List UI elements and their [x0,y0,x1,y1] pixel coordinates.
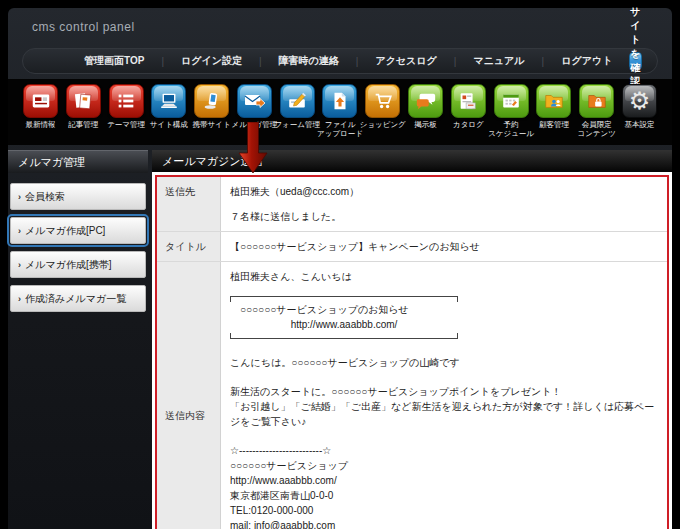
module-icon-bar: 最新情報 記事管理 テーマ管理 サイト構成 携帯サイト [8,79,672,145]
module-forms[interactable]: フォーム管理 [277,84,318,145]
module-bbs[interactable]: 掲示板 [405,84,446,145]
icon-label: 最新情報 [26,121,56,130]
pencil-icon [280,84,315,118]
speech-bubbles-icon [408,84,443,118]
news-icon [23,84,58,118]
icon-label: 予約スケジュール [488,121,534,138]
icon-label: 記事管理 [68,121,98,130]
mail-body: 植田雅夫さん、こんいちは ○○○○○○サービスショップのお知らせ http://… [221,262,667,529]
signature-mail: mail: info@aaabbb.com [230,518,658,529]
articles-icon [66,84,101,118]
sidebar-item-member-search[interactable]: › 会員検索 [10,183,146,210]
module-site-structure[interactable]: サイト構成 [148,84,189,145]
icon-label: 顧客管理 [539,121,569,130]
sidebar-item-mailmag-list[interactable]: › 作成済みメルマガ一覧 [10,285,146,312]
icon-label: 携帯サイト [193,121,231,130]
control-panel-window: cms control panel 管理画面TOP | ログイン設定 | 障害時… [8,8,672,529]
customer-folder-icon [536,84,571,118]
title-label: タイトル [157,232,221,261]
mobile-phone-icon [194,84,229,118]
table-row-body: 送信内容 植田雅夫さん、こんいちは ○○○○○○サービスショップのお知らせ ht… [157,262,667,529]
module-articles[interactable]: 記事管理 [63,84,104,145]
page-title: メールマガジン送信 [152,150,672,172]
pointer-arrow [238,122,268,174]
module-customers[interactable]: 顧客管理 [533,84,574,145]
mail-header-box: ○○○○○○サービスショップのお知らせ http://www.aaabbb.co… [230,296,458,339]
calendar-icon [494,84,529,118]
nav-manual[interactable]: マニュアル [456,54,541,68]
icon-label: カタログ [453,121,484,130]
module-reservation[interactable]: 予約スケジュール [491,84,532,145]
catalog-icon [451,84,486,118]
signature-url: http://www.aaabbb.com/ [230,473,658,488]
recipient-label: 送信先 [157,177,221,231]
signature-tel: TEL:0120-000-000 [230,503,658,518]
sidebar-title: メルマガ管理 [8,150,148,173]
mail-send-result-table: 送信先 植田雅夫（ueda@ccc.com） ７名様に送信しました。 タイトル … [155,175,669,529]
chevron-right-icon: › [18,260,21,270]
icon-label: 会員限定コンテンツ [577,121,615,138]
signature-divider: ☆-------------------------☆ [230,443,658,458]
file-upload-icon [322,84,357,118]
gear-icon: ⚙ [622,84,657,118]
nav-trouble-contact[interactable]: 障害時の連絡 [262,54,356,68]
module-shopping[interactable]: ショッピング [362,84,403,145]
nav-login-settings[interactable]: ログイン設定 [164,54,259,68]
mail-paragraph: こんにちは。○○○○○○サービスショップの山崎です [230,355,658,370]
icon-label: 基本設定 [624,121,654,130]
recipient-value: 植田雅夫（ueda@ccc.com） ７名様に送信しました。 [221,177,667,231]
sidebar-item-create-mailmag-pc[interactable]: › メルマガ作成[PC] [10,217,146,244]
module-mobile-site[interactable]: 携帯サイト [191,84,232,145]
module-news[interactable]: 最新情報 [20,84,61,145]
module-settings[interactable]: ⚙ 基本設定 [619,84,660,145]
mail-paragraph: 「お引越し」「ご結婚」「ご出産」など新生活を迎えられた方が対象です！詳しくは応募… [230,399,658,429]
module-file-upload[interactable]: ファイルアップロード [319,84,360,145]
nav-logout[interactable]: ログアウト [544,54,629,68]
mail-box-title: ○○○○○○サービスショップのお知らせ [240,302,448,317]
icon-label: 掲示板 [414,121,437,130]
content-area: メルマガ管理 › 会員検索 › メルマガ作成[PC] › メルマガ作成[携帯] … [8,150,672,529]
check-site-button[interactable]: サイトを確認する [629,52,641,70]
app-title: cms control panel [32,20,135,34]
top-navigation: 管理画面TOP | ログイン設定 | 障害時の連絡 | アクセスログ | マニュ… [22,48,658,74]
sidebar-item-create-mailmag-mobile[interactable]: › メルマガ作成[携帯] [10,251,146,278]
shopping-cart-icon [365,84,400,118]
signature-address: 東京都港区南青山0-0-0 [230,488,658,503]
sidebar: メルマガ管理 › 会員検索 › メルマガ作成[PC] › メルマガ作成[携帯] … [8,150,148,529]
icon-label: テーマ管理 [107,121,145,130]
chevron-right-icon: › [18,192,21,202]
mail-box-url: http://www.aaabbb.com/ [240,317,448,332]
table-row-title: タイトル 【○○○○○○サービスショップ】キャンペーンのお知らせ [157,232,667,262]
app-header: cms control panel [8,8,672,46]
nav-admin-top[interactable]: 管理画面TOP [67,54,161,68]
module-themes[interactable]: テーマ管理 [106,84,147,145]
body-label: 送信内容 [157,262,221,529]
nav-access-log[interactable]: アクセスログ [358,54,453,68]
module-members-only[interactable]: 会員限定コンテンツ [576,84,617,145]
icon-label: ファイルアップロード [317,121,363,138]
computer-icon [151,84,186,118]
mail-paragraph: 新生活のスタートに。○○○○○○サービスショップポイントをプレゼント！ [230,384,658,399]
mail-icon [237,84,272,118]
theme-list-icon [109,84,144,118]
main-panel: メールマガジン送信 送信先 植田雅夫（ueda@ccc.com） ７名様に送信し… [152,150,672,529]
icon-label: フォーム管理 [274,121,320,130]
locked-folder-icon [579,84,614,118]
signature-shop-name: ○○○○○○サービスショップ [230,458,658,473]
send-result-message: ７名様に送信しました。 [230,209,658,224]
module-catalog[interactable]: カタログ [448,84,489,145]
chevron-right-icon: › [18,226,21,236]
recipient-name: 植田雅夫（ueda@ccc.com） [230,184,658,199]
icon-label: サイト構成 [150,121,188,130]
chevron-right-icon: › [18,294,21,304]
icon-label: ショッピング [360,121,406,130]
table-row-recipient: 送信先 植田雅夫（ueda@ccc.com） ７名様に送信しました。 [157,177,667,232]
mail-greeting: 植田雅夫さん、こんいちは [230,269,658,284]
mail-title-value: 【○○○○○○サービスショップ】キャンペーンのお知らせ [221,232,667,261]
